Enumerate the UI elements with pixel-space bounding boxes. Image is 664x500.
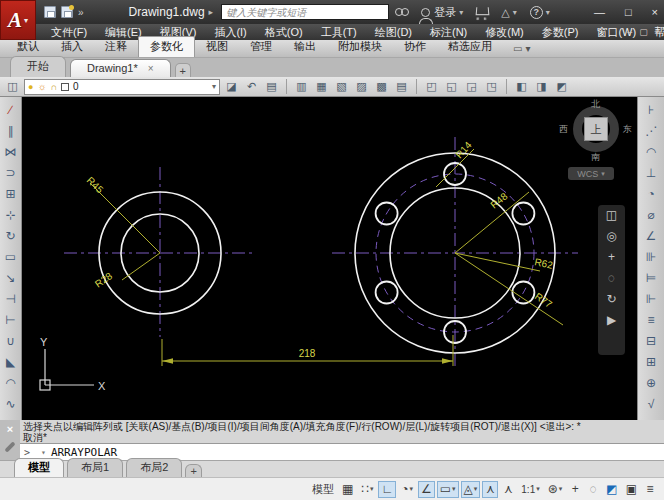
doc-minimize-button[interactable]: – — [627, 27, 632, 37]
chamfer-icon[interactable]: ◣ — [2, 351, 20, 372]
layer-states-icon[interactable]: ▤ — [263, 79, 280, 95]
tab-insert[interactable]: 插入 — [50, 37, 94, 57]
dim-leader-r28[interactable] — [122, 253, 160, 280]
ribbon-minimize-control[interactable]: ▭ ▾ — [513, 43, 530, 57]
graphics-performance-button[interactable]: ◩ — [603, 481, 620, 498]
copy-icon[interactable]: ∥ — [2, 120, 20, 141]
tab-layout2[interactable]: 布局2 — [126, 458, 182, 477]
bolt-hole-upper-right[interactable] — [512, 203, 534, 225]
ortho-mode-toggle[interactable]: ∟ — [378, 481, 396, 498]
polar-tracking-toggle[interactable]: ◔▾ — [398, 481, 416, 498]
dim-quick-icon[interactable]: ⊪ — [642, 246, 660, 267]
sign-in-button[interactable]: 登录 — [434, 5, 456, 20]
layer-properties-icon[interactable]: ◫ — [4, 79, 21, 95]
break-icon[interactable]: ∪ — [2, 330, 20, 351]
viewcube-south-label[interactable]: 南 — [591, 151, 600, 164]
tab-output[interactable]: 输出 — [283, 37, 327, 57]
pan-icon[interactable]: + — [608, 251, 615, 263]
dim-angular-icon[interactable]: ∠ — [642, 225, 660, 246]
model-space-label[interactable]: 模型 — [309, 481, 337, 498]
tab-parametric[interactable]: 参数化 — [138, 36, 195, 57]
search-input[interactable] — [221, 4, 389, 20]
tab-close-icon[interactable]: × — [148, 63, 154, 74]
spline-icon[interactable]: ∿ — [2, 393, 20, 414]
offset-icon[interactable]: ⊃ — [2, 162, 20, 183]
dim-radius-icon[interactable]: ◔ — [642, 183, 660, 204]
tab-collaborate[interactable]: 协作 — [393, 37, 437, 57]
layer-previous-icon[interactable]: ↶ — [243, 79, 260, 95]
viewcube-top-face[interactable]: 上 — [584, 117, 608, 141]
viewcube-west-label[interactable]: 西 — [559, 123, 568, 136]
dim-text-218[interactable]: 218 — [299, 348, 316, 359]
snap-mode-toggle[interactable]: ∷▾ — [358, 481, 376, 498]
mirror-icon[interactable]: ⋈ — [2, 141, 20, 162]
clean-screen-button[interactable]: ▣ — [623, 481, 640, 498]
dim-arc-length-icon[interactable]: ◠ — [642, 141, 660, 162]
layer-delete-icon[interactable]: ◳ — [483, 79, 500, 95]
erase-icon[interactable]: ∕ — [2, 99, 20, 120]
dim-text-r28[interactable]: R28 — [93, 270, 115, 290]
trim-icon[interactable]: ⊣ — [2, 288, 20, 309]
dim-inspect-icon[interactable]: √ — [642, 393, 660, 414]
copy-nested-objects-icon[interactable]: ◨ — [533, 79, 550, 95]
viewcube[interactable]: 上 北 南 西 东 — [559, 101, 635, 161]
application-menu-button[interactable]: A ▾ — [0, 0, 36, 40]
sign-in-caret-icon[interactable]: ▾ — [459, 8, 463, 17]
stretch-icon[interactable]: ↘ — [2, 267, 20, 288]
new-drawing-tab-button[interactable]: + — [175, 63, 191, 77]
wcs-button[interactable]: WCS ▾ — [568, 167, 614, 180]
change-to-current-layer-icon[interactable]: ◧ — [513, 79, 530, 95]
help-caret-icon[interactable]: ▾ — [546, 8, 550, 17]
object-snap-tracking-toggle[interactable]: ▭▾ — [437, 481, 459, 498]
layer-combo-caret-icon[interactable]: ▾ — [212, 82, 216, 91]
workspace-switching-control[interactable]: ⊛▾ — [545, 481, 566, 498]
layer-match-icon[interactable]: ◩ — [553, 79, 570, 95]
dim-ordinate-icon[interactable]: ⊥ — [642, 162, 660, 183]
tab-start[interactable]: 开始 — [10, 56, 66, 77]
layer-isolate-icon[interactable]: ▨ — [353, 79, 370, 95]
minimize-button[interactable]: — — [594, 6, 605, 18]
dim-continue-icon[interactable]: ⊩ — [642, 288, 660, 309]
dim-aligned-icon[interactable]: ⋰ — [642, 120, 660, 141]
copy-objects-to-new-layer-icon[interactable]: ◰ — [423, 79, 440, 95]
dim-text-r48[interactable]: R48 — [488, 190, 510, 210]
annotation-scale-control[interactable]: 1:1▾ — [518, 481, 542, 498]
tab-layout1[interactable]: 布局1 — [67, 458, 123, 477]
rotate-icon[interactable]: ↻ — [2, 225, 20, 246]
tab-view[interactable]: 视图 — [195, 37, 239, 57]
dim-spacing-icon[interactable]: ≡ — [642, 309, 660, 330]
wrench-icon[interactable] — [4, 441, 15, 452]
grid-display-toggle[interactable]: ▦ — [339, 481, 356, 498]
drawing-canvas[interactable]: R45 R28 R14 R48 R62 R77 218 Y X — [22, 97, 637, 420]
orbit-icon[interactable]: ↻ — [606, 293, 616, 305]
dim-text-r45[interactable]: R45 — [85, 175, 106, 196]
layer-freeze-icon[interactable]: ▦ — [313, 79, 330, 95]
dim-tolerance-icon[interactable]: ⊞ — [642, 351, 660, 372]
layer-merge-icon[interactable]: ◲ — [463, 79, 480, 95]
recent-commands-caret-icon[interactable]: ▾ — [41, 448, 46, 457]
tab-annotate[interactable]: 注释 — [94, 37, 138, 57]
layer-lock-icon[interactable]: ▧ — [333, 79, 350, 95]
tab-model[interactable]: 模型 — [14, 458, 64, 477]
tab-featured-apps[interactable]: 精选应用 — [437, 37, 503, 57]
layer-combo[interactable]: ● ☼ ∩ 0 ▾ — [24, 79, 220, 95]
object-snap-toggle[interactable]: ◬▾ — [461, 481, 481, 498]
annotation-visibility-toggle[interactable]: ⋏ — [482, 481, 498, 498]
show-motion-icon[interactable]: ▶ — [607, 314, 616, 326]
save-as-icon[interactable] — [61, 6, 73, 18]
dim-break-icon[interactable]: ⊟ — [642, 330, 660, 351]
navbar-viewcube-icon[interactable]: ◫ — [606, 209, 617, 221]
layer-off-icon[interactable]: ▥ — [293, 79, 310, 95]
annotation-autoscale-toggle[interactable]: ⋏ — [500, 481, 516, 498]
qat-more-button[interactable]: » — [78, 7, 83, 18]
dim-text-r14[interactable]: R14 — [453, 139, 474, 160]
doc-close-button[interactable]: × — [655, 27, 660, 37]
tab-drawing1[interactable]: Drawing1* × — [70, 59, 171, 77]
annotation-monitor-toggle[interactable]: + — [567, 481, 583, 498]
array-icon[interactable]: ⊞ — [2, 183, 20, 204]
autodesk-360-icon[interactable]: △ — [501, 6, 509, 19]
title-expand-icon[interactable]: ▸ — [209, 7, 214, 17]
isometric-drafting-toggle[interactable]: ∠ — [418, 481, 435, 498]
dim-center-mark-icon[interactable]: ⊕ — [642, 372, 660, 393]
help-icon[interactable]: ? — [530, 6, 543, 19]
